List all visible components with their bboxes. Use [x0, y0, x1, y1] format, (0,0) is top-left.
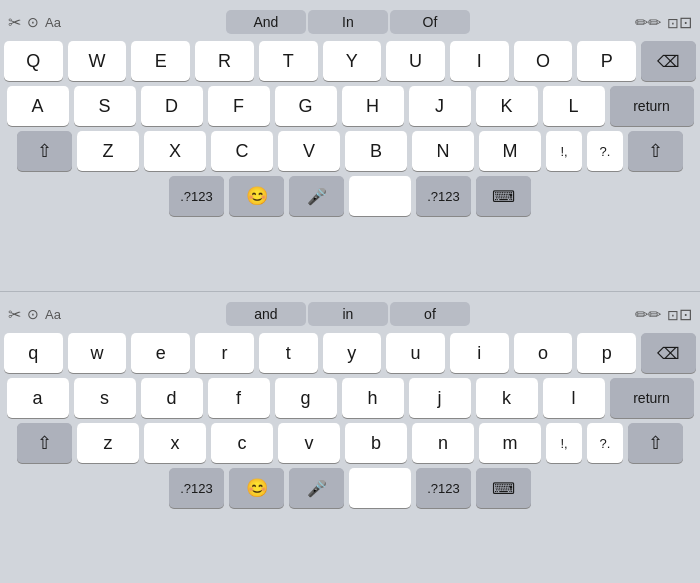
key-comma-upper[interactable]: !,	[546, 131, 582, 171]
key-comma-lower[interactable]: !,	[546, 423, 582, 463]
suggestion-in-lower[interactable]: in	[308, 302, 388, 326]
emoji-key-upper[interactable]: 😊	[229, 176, 284, 216]
key-b-lower[interactable]: b	[345, 423, 407, 463]
key-t-lower[interactable]: t	[259, 333, 318, 373]
key-i-lower[interactable]: i	[450, 333, 509, 373]
key-u[interactable]: U	[386, 41, 445, 81]
mic-key-upper[interactable]: 🎤	[289, 176, 344, 216]
key-m[interactable]: M	[479, 131, 541, 171]
shift-key-lower[interactable]	[17, 423, 72, 463]
key-f-lower[interactable]: f	[208, 378, 270, 418]
shift-key-upper-right[interactable]	[628, 131, 683, 171]
key-h[interactable]: H	[342, 86, 404, 126]
toolbar-right-lower: ✏ ⊡	[635, 305, 692, 324]
check-icon[interactable]	[27, 13, 39, 31]
emoji-icon-lower: 😊	[246, 477, 268, 499]
key-s[interactable]: S	[74, 86, 136, 126]
key-a[interactable]: A	[7, 86, 69, 126]
space-key-upper[interactable]	[349, 176, 411, 216]
pencil-icon-upper[interactable]: ✏	[635, 13, 661, 32]
check-icon-lower[interactable]	[27, 305, 39, 323]
key-p[interactable]: P	[577, 41, 636, 81]
key-period-lower[interactable]: ?.	[587, 423, 623, 463]
key-l[interactable]: L	[543, 86, 605, 126]
key-s-lower[interactable]: s	[74, 378, 136, 418]
suggestion-and-lower[interactable]: and	[226, 302, 306, 326]
key-p-lower[interactable]: p	[577, 333, 636, 373]
delete-key-lower[interactable]	[641, 333, 696, 373]
key-period-upper[interactable]: ?.	[587, 131, 623, 171]
key-w[interactable]: W	[68, 41, 127, 81]
pencil-icon-lower[interactable]: ✏	[635, 305, 661, 324]
key-r-lower[interactable]: r	[195, 333, 254, 373]
key-n[interactable]: N	[412, 131, 474, 171]
suggestion-in[interactable]: In	[308, 10, 388, 34]
key-z[interactable]: Z	[77, 131, 139, 171]
delete-icon-upper	[657, 51, 680, 72]
suggestion-of[interactable]: Of	[390, 10, 470, 34]
key-g-lower[interactable]: g	[275, 378, 337, 418]
key-m-lower[interactable]: m	[479, 423, 541, 463]
key-k[interactable]: K	[476, 86, 538, 126]
key-r[interactable]: R	[195, 41, 254, 81]
camera-icon-upper[interactable]: ⊡	[667, 13, 692, 32]
mic-icon-lower: 🎤	[307, 479, 327, 498]
key-l-lower[interactable]: l	[543, 378, 605, 418]
key-c-lower[interactable]: c	[211, 423, 273, 463]
bottom-row-lower: .?123 😊 🎤 .?123	[4, 468, 696, 508]
font-icon[interactable]	[45, 13, 61, 31]
key-e-lower[interactable]: e	[131, 333, 190, 373]
num-key-upper-right[interactable]: .?123	[416, 176, 471, 216]
camera-icon-lower[interactable]: ⊡	[667, 305, 692, 324]
key-b[interactable]: B	[345, 131, 407, 171]
num-key-upper-left[interactable]: .?123	[169, 176, 224, 216]
key-q[interactable]: Q	[4, 41, 63, 81]
key-j-lower[interactable]: j	[409, 378, 471, 418]
key-q-lower[interactable]: q	[4, 333, 63, 373]
key-o-lower[interactable]: o	[514, 333, 573, 373]
num-key-lower-left[interactable]: .?123	[169, 468, 224, 508]
key-c[interactable]: C	[211, 131, 273, 171]
shift-icon-upper	[37, 140, 52, 162]
key-k-lower[interactable]: k	[476, 378, 538, 418]
return-key-lower[interactable]: return	[610, 378, 694, 418]
shift-key-upper[interactable]	[17, 131, 72, 171]
key-z-lower[interactable]: z	[77, 423, 139, 463]
key-f[interactable]: F	[208, 86, 270, 126]
suggestion-and[interactable]: And	[226, 10, 306, 34]
shift-key-lower-right[interactable]	[628, 423, 683, 463]
key-d-lower[interactable]: d	[141, 378, 203, 418]
font-icon-lower[interactable]	[45, 305, 61, 323]
key-e[interactable]: E	[131, 41, 190, 81]
key-i[interactable]: I	[450, 41, 509, 81]
key-x-lower[interactable]: x	[144, 423, 206, 463]
key-a-lower[interactable]: a	[7, 378, 69, 418]
key-y-lower[interactable]: y	[323, 333, 382, 373]
key-d[interactable]: D	[141, 86, 203, 126]
key-j[interactable]: J	[409, 86, 471, 126]
scissors-icon-lower[interactable]	[8, 305, 21, 324]
num-key-lower-right[interactable]: .?123	[416, 468, 471, 508]
key-v[interactable]: V	[278, 131, 340, 171]
key-t[interactable]: T	[259, 41, 318, 81]
key-row-2-lower: a s d f g h j k l return	[4, 378, 696, 418]
kbd-key-upper[interactable]	[476, 176, 531, 216]
key-v-lower[interactable]: v	[278, 423, 340, 463]
space-key-lower[interactable]	[349, 468, 411, 508]
key-u-lower[interactable]: u	[386, 333, 445, 373]
key-n-lower[interactable]: n	[412, 423, 474, 463]
emoji-key-lower[interactable]: 😊	[229, 468, 284, 508]
key-o[interactable]: O	[514, 41, 573, 81]
delete-icon-lower	[657, 343, 680, 364]
suggestion-of-lower[interactable]: of	[390, 302, 470, 326]
key-x[interactable]: X	[144, 131, 206, 171]
key-w-lower[interactable]: w	[68, 333, 127, 373]
kbd-key-lower[interactable]	[476, 468, 531, 508]
mic-key-lower[interactable]: 🎤	[289, 468, 344, 508]
key-g[interactable]: G	[275, 86, 337, 126]
return-key-upper[interactable]: return	[610, 86, 694, 126]
key-h-lower[interactable]: h	[342, 378, 404, 418]
delete-key-upper[interactable]	[641, 41, 696, 81]
scissors-icon[interactable]	[8, 13, 21, 32]
key-y[interactable]: Y	[323, 41, 382, 81]
